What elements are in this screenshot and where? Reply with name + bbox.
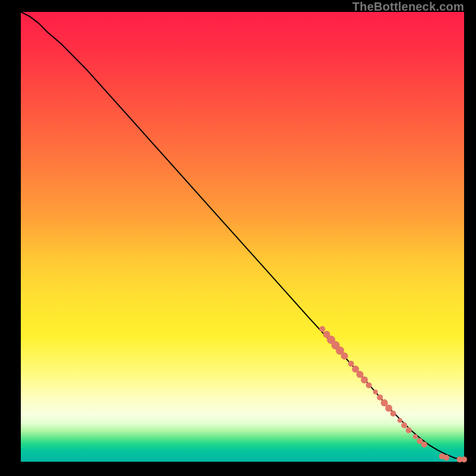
data-marker	[443, 455, 449, 461]
chart-overlay	[21, 12, 464, 462]
markers-group	[320, 326, 467, 462]
data-marker	[348, 361, 354, 367]
data-marker	[421, 441, 427, 447]
data-marker	[413, 434, 418, 439]
data-marker	[373, 390, 378, 394]
data-marker	[390, 411, 396, 416]
data-marker	[401, 422, 407, 428]
data-marker	[406, 427, 412, 433]
data-marker	[341, 352, 348, 359]
data-marker	[397, 418, 402, 422]
data-marker	[320, 326, 325, 332]
data-marker	[366, 383, 372, 389]
curve-path	[21, 12, 464, 459]
chart-frame: TheBottleneck.com	[0, 0, 476, 476]
data-marker	[461, 456, 467, 462]
data-marker	[361, 376, 368, 383]
data-marker	[385, 405, 392, 412]
data-marker	[377, 394, 383, 400]
